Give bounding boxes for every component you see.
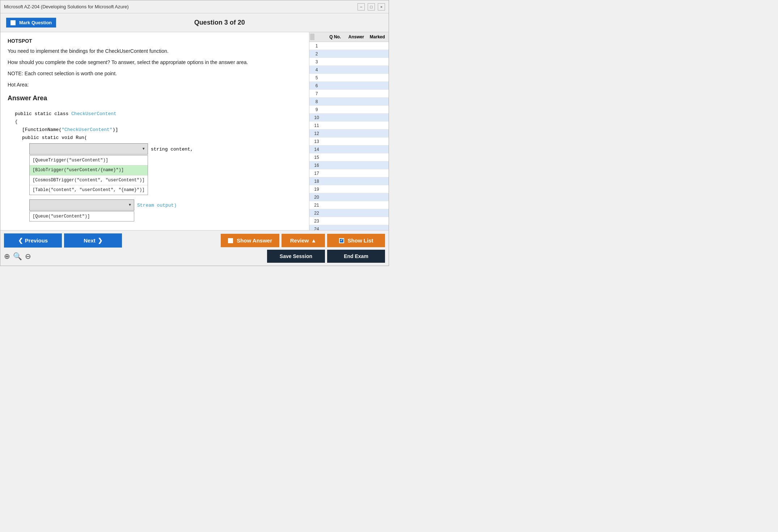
maximize-button[interactable]: □ (368, 3, 375, 10)
footer: ❮ Previous Next ❯ Show Answer Review ▲ S… (0, 230, 389, 266)
sidebar-row[interactable]: 14 (309, 145, 389, 153)
sidebar-qnum: 4 (309, 67, 324, 72)
sidebar-row[interactable]: 11 (309, 122, 389, 130)
close-button[interactable]: × (378, 3, 385, 10)
sidebar-qnum: 2 (309, 51, 324, 56)
app-window: Microsoft AZ-204 (Developing Solutions f… (0, 0, 389, 266)
sidebar-row[interactable]: 16 (309, 161, 389, 169)
zoom-reset-button[interactable]: 🔍 (13, 252, 22, 261)
code-method-sig: public static void Run( (22, 135, 87, 140)
sidebar-qnum: 16 (309, 163, 324, 168)
show-answer-checkbox-icon (228, 238, 233, 243)
dropdown2-list: [Queue("userContent")] (29, 211, 134, 221)
sidebar-qnum: 22 (309, 211, 324, 216)
sidebar-row[interactable]: 9 (309, 106, 389, 114)
sidebar-row[interactable]: 24 (309, 225, 389, 230)
question-text2: How should you complete the code segment… (8, 59, 302, 66)
code-dropdown1[interactable]: ▼ (29, 143, 148, 154)
end-exam-button[interactable]: End Exam (327, 250, 385, 263)
minimize-button[interactable]: − (358, 3, 365, 10)
zoom-in-button[interactable]: ⊕ (4, 252, 10, 261)
dropdown1-value (33, 145, 35, 152)
sidebar-row[interactable]: 2 (309, 50, 389, 58)
sidebar-row[interactable]: 7 (309, 90, 389, 98)
review-label: Review (290, 237, 309, 244)
dropdown1-option4[interactable]: [Table("content", "userContent", "{name}… (30, 185, 148, 195)
dropdown1-row: ▼ [QueueTrigger("userContent")] [BlobTri… (15, 143, 295, 198)
sidebar-col-answer: Answer (346, 34, 367, 40)
dropdown1-list: [QueueTrigger("userContent")] [BlobTrigg… (29, 155, 148, 195)
sidebar-row[interactable]: 21 (309, 201, 389, 209)
sidebar-qnum: 19 (309, 187, 324, 192)
sidebar-row[interactable]: 4 (309, 66, 389, 74)
dropdown1-option3[interactable]: [CosmosDBTrigger("content", "userContent… (30, 176, 148, 185)
code-dropdown2-suffix: Stream output) (137, 202, 177, 210)
previous-button[interactable]: ❮ Previous (4, 233, 62, 248)
zoom-controls: ⊕ 🔍 ⊖ (4, 252, 31, 261)
mark-question-button[interactable]: Mark Question (6, 18, 56, 28)
sidebar-row[interactable]: 8 (309, 98, 389, 106)
zoom-out-button[interactable]: ⊖ (25, 252, 31, 261)
header: Mark Question Question 3 of 20 (0, 13, 389, 32)
sidebar-row[interactable]: 5 (309, 74, 389, 82)
sidebar-qnum: 5 (309, 75, 324, 80)
question-type: HOTSPOT (8, 38, 302, 44)
next-label: Next (84, 237, 96, 244)
sidebar-qnum: 20 (309, 195, 324, 200)
sidebar-row[interactable]: 6 (309, 82, 389, 90)
sidebar-row[interactable]: 22 (309, 209, 389, 217)
code-line4: public static void Run( (15, 134, 295, 142)
sidebar-qnum: 13 (309, 139, 324, 144)
sidebar-qnum: 8 (309, 99, 324, 104)
sidebar-qnum: 12 (309, 131, 324, 136)
sidebar-row[interactable]: 10 (309, 114, 389, 122)
show-list-label: Show List (348, 237, 373, 244)
sidebar-qnum: 23 (309, 219, 324, 224)
review-button[interactable]: Review ▲ (282, 234, 325, 247)
answer-area-title: Answer Area (8, 94, 302, 102)
sidebar-row[interactable]: 1 (309, 42, 389, 50)
sidebar-scroll-top (310, 34, 314, 40)
dropdown1-option2[interactable]: [BlobTrigger("userContent/{name}")] (30, 165, 148, 175)
dropdown2-value (33, 201, 35, 208)
sidebar-row[interactable]: 18 (309, 177, 389, 185)
mark-question-label: Mark Question (19, 20, 52, 25)
show-list-checkbox-icon (339, 238, 344, 243)
dropdown2-arrow-icon: ▼ (129, 202, 131, 208)
dropdown2-option1[interactable]: [Queue("userContent")] (30, 212, 134, 221)
end-exam-label: End Exam (344, 253, 368, 259)
next-button[interactable]: Next ❯ (64, 233, 122, 248)
sidebar-qnum: 21 (309, 203, 324, 208)
code-keyword: public static class (15, 111, 71, 117)
code-dropdown2[interactable]: ▼ (29, 199, 134, 210)
sidebar-row[interactable]: 12 (309, 130, 389, 138)
show-answer-button[interactable]: Show Answer (221, 234, 279, 247)
show-list-button[interactable]: Show List (327, 234, 385, 247)
save-session-button[interactable]: Save Session (267, 250, 325, 263)
sidebar-row[interactable]: 13 (309, 138, 389, 145)
sidebar-row[interactable]: 3 (309, 58, 389, 66)
dropdown1-option1[interactable]: [QueueTrigger("userContent")] (30, 156, 148, 165)
code-function-attr: [FunctionName( (22, 127, 62, 132)
sidebar-row[interactable]: 20 (309, 193, 389, 201)
sidebar-col-qno: Q No. (325, 34, 346, 40)
question-text4: Hot Area: (8, 81, 302, 89)
sidebar-row[interactable]: 19 (309, 185, 389, 193)
sidebar-row[interactable]: 15 (309, 153, 389, 161)
previous-label: Previous (25, 237, 48, 244)
save-session-label: Save Session (280, 253, 312, 259)
code-line3: [FunctionName("CheckUserContent")] (15, 126, 295, 134)
show-answer-label: Show Answer (237, 237, 272, 244)
sidebar-qnum: 24 (309, 227, 324, 231)
sidebar-qnum: 18 (309, 179, 324, 184)
sidebar-row[interactable]: 17 (309, 169, 389, 177)
sidebar: Q No. Answer Marked 1 2 3 4 5 6 (309, 32, 389, 230)
review-dropdown-icon: ▲ (311, 237, 316, 244)
sidebar-row[interactable]: 23 (309, 217, 389, 225)
sidebar-qnum: 7 (309, 91, 324, 96)
code-line1: public static class CheckUserContent (15, 110, 295, 118)
sidebar-col-marked: Marked (367, 34, 388, 40)
mark-question-checkbox-icon (10, 20, 16, 25)
sidebar-body[interactable]: 1 2 3 4 5 6 7 8 (309, 42, 389, 230)
window-controls: − □ × (358, 3, 385, 10)
